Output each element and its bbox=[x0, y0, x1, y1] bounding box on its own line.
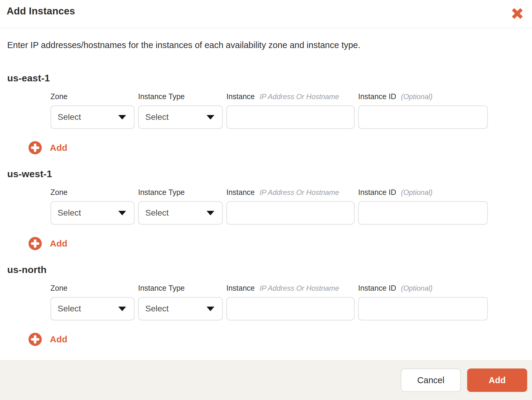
chevron-down-icon bbox=[118, 115, 126, 120]
add-row-button[interactable]: Add bbox=[28, 141, 67, 155]
instance-input[interactable] bbox=[226, 201, 355, 225]
add-row-label: Add bbox=[50, 238, 67, 249]
zone-section-us-west-1: us-west-1 Zone Select Instance Type Sele… bbox=[0, 168, 532, 250]
instance-label: Instance bbox=[226, 284, 255, 292]
instance-hint: IP Address Or Hostname bbox=[260, 188, 339, 197]
chevron-down-icon bbox=[118, 211, 126, 215]
zone-label: Zone bbox=[50, 284, 135, 292]
instance-id-label: Instance ID bbox=[358, 188, 396, 197]
instance-type-field: Instance Type Select bbox=[138, 188, 223, 225]
zone-select-value: Select bbox=[58, 304, 81, 314]
zone-select[interactable]: Select bbox=[50, 201, 135, 225]
modal-footer: Cancel Add bbox=[0, 360, 532, 400]
instance-id-field: Instance ID (Optional) bbox=[358, 188, 488, 225]
instance-id-label: Instance ID bbox=[358, 284, 396, 292]
instance-fields-row: Zone Select Instance Type Select Instanc… bbox=[50, 188, 525, 225]
instance-field: Instance IP Address Or Hostname bbox=[226, 284, 355, 320]
instance-id-hint: (Optional) bbox=[401, 284, 432, 292]
add-row-label: Add bbox=[50, 143, 67, 153]
zone-select[interactable]: Select bbox=[50, 105, 135, 129]
modal-description: Enter IP addresses/hostnames for the ins… bbox=[0, 40, 532, 50]
close-x-icon bbox=[510, 7, 524, 20]
instance-fields-row: Zone Select Instance Type Select Instanc… bbox=[50, 92, 525, 129]
zone-section-title: us-west-1 bbox=[7, 168, 525, 180]
chevron-down-icon bbox=[207, 115, 214, 120]
zone-section-us-east-1: us-east-1 Zone Select Instance Type Sele… bbox=[0, 73, 532, 155]
chevron-down-icon bbox=[118, 307, 126, 311]
add-row-button[interactable]: Add bbox=[28, 237, 67, 250]
instance-id-hint: (Optional) bbox=[401, 188, 432, 197]
zone-select[interactable]: Select bbox=[50, 297, 135, 320]
instance-id-input[interactable] bbox=[358, 105, 488, 129]
instance-hint: IP Address Or Hostname bbox=[260, 92, 339, 101]
instance-id-label: Instance ID bbox=[358, 92, 396, 101]
instance-type-select-value: Select bbox=[145, 304, 169, 314]
instance-type-select[interactable]: Select bbox=[138, 297, 223, 320]
zone-section-title: us-north bbox=[7, 264, 525, 275]
zone-label: Zone bbox=[50, 92, 135, 101]
chevron-down-icon bbox=[207, 211, 214, 215]
instance-field: Instance IP Address Or Hostname bbox=[226, 188, 355, 225]
plus-circle-icon bbox=[28, 141, 42, 155]
instance-type-label: Instance Type bbox=[138, 284, 223, 292]
zone-field: Zone Select bbox=[50, 284, 135, 320]
add-row-button[interactable]: Add bbox=[28, 332, 67, 346]
zone-field: Zone Select bbox=[50, 188, 135, 225]
add-submit-button[interactable]: Add bbox=[467, 368, 527, 392]
cancel-button[interactable]: Cancel bbox=[401, 368, 461, 392]
plus-circle-icon bbox=[28, 237, 42, 250]
close-button[interactable] bbox=[510, 6, 525, 21]
plus-circle-icon bbox=[28, 332, 42, 346]
instance-fields-row: Zone Select Instance Type Select Instanc… bbox=[50, 284, 525, 320]
add-row-label: Add bbox=[50, 334, 67, 344]
zone-label: Zone bbox=[50, 188, 135, 197]
instance-type-select-value: Select bbox=[145, 112, 169, 122]
instance-type-select-value: Select bbox=[145, 208, 169, 218]
instance-type-label: Instance Type bbox=[138, 188, 223, 197]
instance-id-field: Instance ID (Optional) bbox=[358, 92, 488, 129]
instance-hint: IP Address Or Hostname bbox=[260, 284, 339, 292]
zone-select-value: Select bbox=[58, 208, 81, 218]
instance-type-select[interactable]: Select bbox=[138, 105, 223, 129]
instance-field: Instance IP Address Or Hostname bbox=[226, 92, 355, 129]
instance-input[interactable] bbox=[226, 105, 355, 129]
instance-type-field: Instance Type Select bbox=[138, 92, 223, 129]
modal-header: Add Instances bbox=[0, 0, 532, 28]
chevron-down-icon bbox=[207, 307, 214, 311]
instance-input[interactable] bbox=[226, 297, 355, 320]
zone-section-us-north: us-north Zone Select Instance Type Selec… bbox=[0, 264, 532, 346]
modal-title: Add Instances bbox=[7, 5, 75, 17]
instance-type-field: Instance Type Select bbox=[138, 284, 223, 320]
instance-id-hint: (Optional) bbox=[401, 92, 432, 101]
zone-select-value: Select bbox=[58, 112, 81, 122]
zone-section-title: us-east-1 bbox=[7, 73, 525, 84]
instance-label: Instance bbox=[226, 188, 255, 197]
instance-type-select[interactable]: Select bbox=[138, 201, 223, 225]
instance-type-label: Instance Type bbox=[138, 92, 223, 101]
instance-id-input[interactable] bbox=[358, 201, 488, 225]
instance-label: Instance bbox=[226, 92, 255, 101]
instance-id-field: Instance ID (Optional) bbox=[358, 284, 488, 320]
instance-id-input[interactable] bbox=[358, 297, 488, 320]
zone-field: Zone Select bbox=[50, 92, 135, 129]
